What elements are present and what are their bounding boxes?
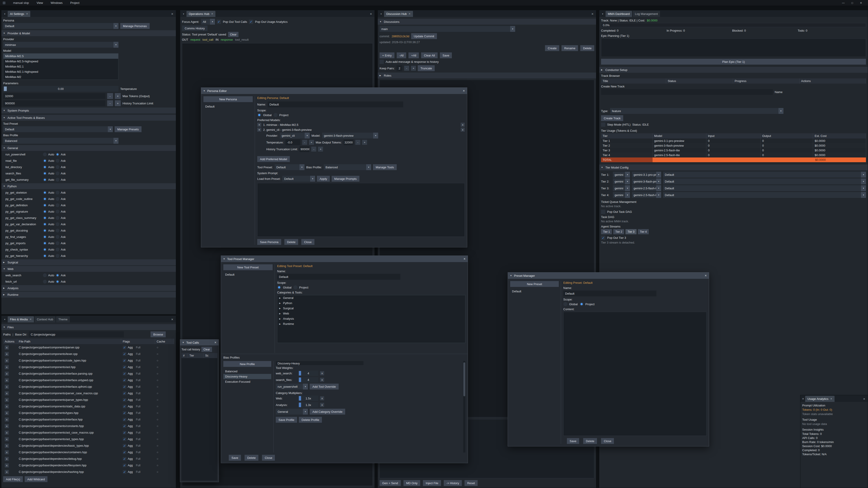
section-system-prompts[interactable]: ▼ System Prompts [1,107,176,113]
model-list-item[interactable]: MiniMax-M2.1-highspeed [3,69,118,74]
add-tool-override-button[interactable]: Add Tool Override [310,384,339,390]
step-mode-checkbox[interactable] [601,123,605,127]
remove-file-button[interactable]: x [5,470,9,474]
agg-checkbox[interactable] [123,457,126,461]
tier-provider-select[interactable]: gemini ▼ [613,185,630,191]
entry-action-button[interactable]: -All [397,53,406,58]
load-preset-select[interactable]: Default ▼ [282,176,315,182]
agg-checkbox[interactable] [123,398,126,402]
remove-file-button[interactable]: x [5,450,9,454]
remove-file-button[interactable]: x [5,424,9,428]
pe-bias-profile-select[interactable]: Balanced ▼ [324,164,371,170]
tab-close-icon[interactable]: ✕ [26,12,28,15]
stream-tier-tab[interactable]: Tier 1 [601,229,612,234]
temperature-slider[interactable]: 0.00 [3,86,119,92]
auto-radio[interactable] [43,280,47,284]
entry-action-button[interactable]: Save [440,53,452,58]
ask-radio[interactable] [56,197,59,201]
auto-radio[interactable] [43,241,47,245]
full-flag[interactable]: Full [136,359,141,362]
tool-calls-titlebar[interactable]: ▼ Tool Calls ✕ [180,339,219,346]
remove-override-button[interactable]: x [320,371,324,375]
auto-radio[interactable] [43,210,47,214]
agg-checkbox[interactable] [123,437,126,441]
stream-tier-tab[interactable]: Tier 2 [613,229,624,234]
base-dir-input[interactable]: C:/projects/gencpp [29,331,124,337]
bias-profile-item[interactable]: Discovery-Heavy [223,374,271,379]
close-icon[interactable]: ✕ [463,257,466,260]
remove-override-button[interactable]: x [320,396,324,400]
auto-radio[interactable] [43,254,47,258]
tab-close-icon[interactable]: ✕ [30,318,32,321]
tool-calls-list[interactable] [182,358,217,481]
manage-personas-button[interactable]: Manage Personas [120,23,150,29]
drag-grab[interactable] [299,402,301,407]
popout-tier3-checkbox[interactable] [601,236,605,240]
persona-select[interactable]: Default ▼ [3,23,119,29]
tab-discussion-hub[interactable]: Discussion Hub ✕ [384,11,413,17]
close-dialog-button[interactable]: Close [601,438,614,444]
preferred-model-text[interactable]: 2. gemini_cli - gemini-3-flash-preview [263,128,312,131]
full-flag[interactable]: Full [136,437,141,441]
composer-button[interactable]: Reset [465,480,477,486]
persona-editor-titlebar[interactable]: ▼ Persona Editor ✕ [201,88,467,94]
tool-group-web[interactable]: ▼ Web [1,266,176,272]
category-override-select[interactable]: General ▼ [276,409,308,415]
drag-grab[interactable] [299,396,301,400]
clear-status-button[interactable]: Clear [228,32,239,37]
full-flag[interactable]: Full [136,424,141,428]
tool-preset-select[interactable]: Default ▼ [3,126,113,132]
delete-preset-button[interactable]: Delete [583,438,597,444]
full-flag[interactable]: Full [136,352,141,356]
agg-checkbox[interactable] [123,404,126,408]
apply-button[interactable]: Apply [317,176,330,182]
composer-button[interactable]: -> History [444,480,462,486]
tier-provider-select[interactable]: gemini ▼ [613,192,630,198]
agg-checkbox[interactable] [123,379,126,382]
stream-tier-tab[interactable]: Tier 3 [625,229,636,234]
tier-provider-select[interactable]: gemini ▼ [613,178,630,184]
window-menu-icon[interactable]: ▾ [2,316,7,322]
category-item[interactable]: ▶ Analysis [277,316,465,321]
persona-name-input[interactable]: Default [268,101,403,107]
tier-preset-select[interactable]: Default ▼ [663,185,866,191]
remove-file-button[interactable]: x [5,372,9,376]
tier-model-select[interactable]: gemini-2.5-flash-lite ▼ [632,185,661,191]
discussion-action-button[interactable]: Delete [580,45,594,51]
full-flag[interactable]: Full [136,470,141,474]
popout-usage-checkbox[interactable] [249,20,253,24]
auto-radio[interactable] [43,171,47,175]
save-preset-button[interactable]: Save [567,438,579,444]
full-flag[interactable]: Full [136,431,141,434]
agg-checkbox[interactable] [123,352,126,356]
close-icon[interactable]: ✕ [860,1,862,4]
stream-tier-tab[interactable]: Tier 4 [638,229,649,234]
new-preset-button[interactable]: New Preset [510,281,559,287]
agg-checkbox[interactable] [123,385,126,389]
ask-radio[interactable] [56,203,59,207]
tier-provider-select[interactable]: gemini ▼ [613,172,630,177]
auto-radio[interactable] [43,222,47,226]
window-menu-icon[interactable]: ▾ [181,11,186,17]
pm-max-tokens-input[interactable]: 32000 [344,139,353,145]
tab-log-management[interactable]: Log Management [633,11,660,17]
increment-button[interactable]: + [362,140,367,145]
tier-preset-select[interactable]: Default ▼ [663,192,866,198]
auto-radio[interactable] [43,165,47,169]
decrement-button[interactable]: - [107,100,113,106]
profile-name-input[interactable]: Discovery-Heavy [276,361,364,365]
tool-group-surgical[interactable]: ▶ Surgical [1,259,176,265]
add-category-override-button[interactable]: Add Category Override [310,409,345,415]
auto-radio[interactable] [43,159,47,163]
auto-radio[interactable] [43,191,47,195]
ask-radio[interactable] [56,159,59,163]
tab-usage-analytics[interactable]: Usage Analytics ✕ [805,396,835,402]
popout-dag-checkbox[interactable] [601,210,605,214]
category-item[interactable]: ▶ Web [277,311,465,316]
tier-model-select[interactable]: gemini-2.5-flash-lite ▼ [632,192,661,198]
ask-radio[interactable] [56,178,59,182]
ask-radio[interactable] [56,165,59,169]
discussion-action-button[interactable]: Create [545,45,559,51]
discussion-action-button[interactable]: Rename [561,45,578,51]
auto-radio[interactable] [43,203,47,207]
